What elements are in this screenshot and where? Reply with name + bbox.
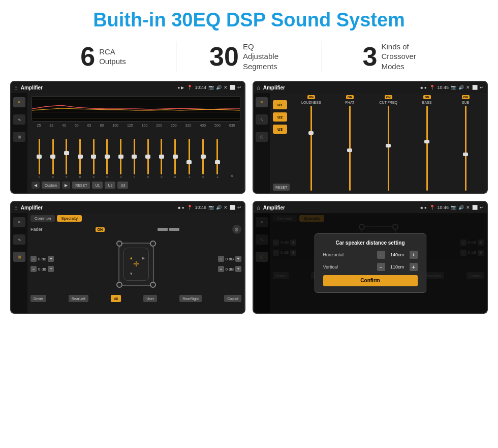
xover-cutfreq-track[interactable] <box>388 106 389 191</box>
eq-track-9[interactable] <box>161 139 162 174</box>
fader-sidebar-wave-btn[interactable]: ∿ <box>13 234 25 245</box>
xover-phat-on: ON <box>346 95 354 99</box>
xover-phat-thumb[interactable] <box>347 148 352 152</box>
car-arrow-down[interactable]: ▼ <box>129 272 133 276</box>
xover-u1-btn[interactable]: U1 <box>273 100 287 109</box>
dialog-horizontal-plus[interactable]: + <box>410 251 418 259</box>
fader-vol-tr-plus[interactable]: + <box>235 256 241 262</box>
eq-sidebar-eq-btn[interactable]: ≡ <box>13 97 25 107</box>
xover-u2-btn[interactable]: U2 <box>273 112 287 122</box>
eq-track-4[interactable] <box>93 139 95 174</box>
fader-tab-common[interactable]: Common <box>30 215 55 222</box>
eq-track-12[interactable] <box>202 139 204 174</box>
dialog-vertical-minus[interactable]: − <box>377 263 385 271</box>
eq-track-7[interactable] <box>134 139 135 174</box>
eq-prev-btn[interactable]: ◀ <box>32 182 40 189</box>
fader-driver-btn[interactable]: Driver <box>30 295 46 302</box>
eq-custom-btn[interactable]: Custom <box>42 182 60 189</box>
xover-bass-track[interactable] <box>426 106 428 191</box>
eq-thumb-12[interactable] <box>201 155 206 159</box>
eq-track-6[interactable] <box>120 139 121 174</box>
eq-track-3[interactable] <box>79 139 81 174</box>
xover-loudness-thumb[interactable] <box>308 131 314 135</box>
fader-content: ≡ ∿ ⊞ Common Specialty Fader ON ⚙ <box>11 213 244 313</box>
fader-rect-icon: ⬜ <box>230 205 235 210</box>
xover-sub-thumb[interactable] <box>463 153 468 156</box>
fader-sidebar-eq-btn[interactable]: ≡ <box>13 217 25 227</box>
eq-thumb-3[interactable] <box>78 155 83 159</box>
eq-track-0[interactable] <box>39 139 40 174</box>
xover-sidebar-eq-btn[interactable]: ≡ <box>256 97 268 107</box>
xover-bass-thumb[interactable] <box>424 140 429 143</box>
fader-vol-bl-minus[interactable]: − <box>30 266 37 272</box>
xover-sub-on: ON <box>462 95 470 99</box>
eq-slider-3: 0 <box>79 139 81 178</box>
eq-frequency-labels: 25 32 40 50 63 80 100 125 160 200 250 32… <box>32 124 240 127</box>
fader-vol-bl-plus[interactable]: + <box>48 266 54 272</box>
eq-track-13[interactable] <box>216 139 218 174</box>
fader-vol-tl-plus[interactable]: + <box>48 256 54 262</box>
eq-thumb-8[interactable] <box>145 155 150 159</box>
eq-thumb-7[interactable] <box>132 155 137 159</box>
eq-thumb-2[interactable] <box>64 151 69 155</box>
eq-track-1[interactable] <box>52 139 54 174</box>
eq-next-btn[interactable]: ▶ <box>62 182 70 189</box>
fader-screen-title: Amplifier <box>21 205 175 211</box>
xover-reset-btn[interactable]: RESET <box>273 184 290 191</box>
xover-phat-track[interactable] <box>349 106 351 191</box>
xover-loudness-track[interactable] <box>310 106 312 191</box>
xover-sub-track[interactable] <box>465 106 466 191</box>
dialog-horizontal-minus[interactable]: − <box>377 251 385 259</box>
eq-thumb-4[interactable] <box>91 155 96 159</box>
fader-tab-specialty[interactable]: Specialty <box>57 215 81 222</box>
xover-ch-loudness-top: ON <box>307 95 315 99</box>
xover-u3-btn[interactable]: U3 <box>273 125 287 134</box>
eq-u3-btn[interactable]: U3 <box>117 182 128 189</box>
fader-user-btn[interactable]: User <box>143 295 157 302</box>
eq-slider-9: 0 <box>161 139 162 178</box>
fader-rearright-btn[interactable]: RearRight <box>179 295 202 302</box>
eq-u2-btn[interactable]: U2 <box>105 182 115 189</box>
eq-sidebar-wave-btn[interactable]: ∿ <box>13 114 25 125</box>
fader-vol-tr-minus[interactable]: − <box>218 256 224 262</box>
xover-sidebar-spk-btn[interactable]: ⊞ <box>256 132 268 142</box>
fader-all-btn[interactable]: All <box>111 295 121 302</box>
xover-sidebar-wave-btn[interactable]: ∿ <box>256 114 268 125</box>
eq-thumb-9[interactable] <box>159 155 164 159</box>
eq-thumb-5[interactable] <box>105 155 110 159</box>
eq-track-2[interactable] <box>66 139 67 174</box>
dialog-vertical-plus[interactable]: + <box>410 263 418 271</box>
fader-vol-br-plus[interactable]: + <box>235 266 241 272</box>
eq-track-5[interactable] <box>106 139 108 174</box>
fader-settings-icon[interactable]: ⚙ <box>232 225 241 234</box>
center-cross-icon[interactable]: ✛ <box>133 260 139 268</box>
car-arrow-up[interactable]: ▲ <box>129 256 133 260</box>
fader-vol-bl-val: 0 dB <box>38 267 46 272</box>
confirm-button[interactable]: Confirm <box>323 275 418 286</box>
eq-reset-btn[interactable]: RESET <box>72 182 90 189</box>
fader-rearleft-btn[interactable]: RearLeft <box>69 295 88 302</box>
eq-track-10[interactable] <box>174 139 176 174</box>
eq-u1-btn[interactable]: U1 <box>92 182 103 189</box>
car-arrow-right[interactable]: ▶ <box>142 256 145 260</box>
fader-vol-br-val: 0 dB <box>226 267 234 272</box>
eq-location-icon: 📍 <box>187 85 193 90</box>
eq-thumb-1[interactable] <box>50 155 55 159</box>
eq-thumb-11[interactable] <box>186 160 192 164</box>
dialog-title: Car speaker distance setting <box>323 240 418 246</box>
xover-cutfreq-thumb[interactable] <box>386 144 391 147</box>
fader-sidebar-spk-btn[interactable]: ⊞ <box>13 252 25 262</box>
fader-copilot-btn[interactable]: Copilot <box>224 295 241 302</box>
fader-vol-tl-minus[interactable]: − <box>30 256 37 262</box>
eq-sidebar-spk-btn[interactable]: ⊞ <box>13 132 25 142</box>
eq-thumb-0[interactable] <box>37 155 42 159</box>
eq-val-3: 0 <box>79 175 81 178</box>
fader-vol-br-minus[interactable]: − <box>218 266 224 272</box>
xover-loudness-on: ON <box>307 95 315 99</box>
speaker-bl <box>116 282 122 288</box>
eq-track-11[interactable] <box>189 139 190 174</box>
eq-thumb-10[interactable] <box>173 155 178 159</box>
eq-track-8[interactable] <box>147 139 149 174</box>
eq-thumb-6[interactable] <box>118 155 123 159</box>
eq-thumb-13[interactable] <box>215 160 220 164</box>
